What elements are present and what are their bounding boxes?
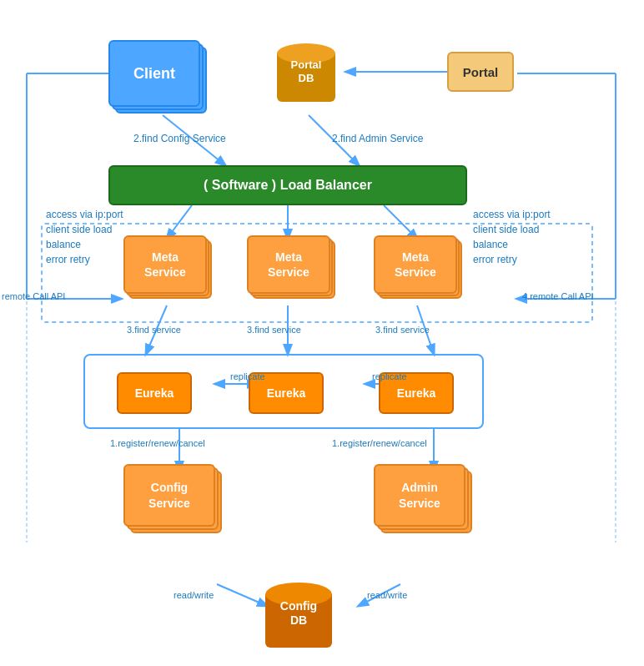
eureka-cluster: Eureka Eureka Eureka (83, 354, 484, 429)
replicate-2-label: replicate (372, 371, 407, 383)
portal-node: Portal (447, 52, 514, 92)
find-admin-label: 2.find Admin Service (332, 132, 423, 146)
remote-right-label: 4.remote Call API (522, 290, 594, 303)
find-config-label: 2.find Config Service (133, 132, 226, 146)
load-balancer-label: ( Software ) Load Balancer (204, 178, 372, 193)
config-db-node: ConfigDB (265, 583, 332, 656)
meta-label-2: MetaService (268, 250, 309, 280)
svg-line-5 (384, 205, 417, 239)
meta-label-3: MetaService (395, 250, 436, 280)
find-service-1-label: 3.find service (127, 324, 181, 336)
meta-label-1: MetaService (144, 250, 186, 280)
find-service-3-label: 3.find service (375, 324, 430, 336)
eureka-label-1: Eureka (135, 386, 174, 400)
portal-label: Portal (463, 65, 499, 79)
svg-line-13 (217, 584, 267, 606)
svg-line-3 (167, 205, 192, 239)
portal-db-node: PortalDB (277, 43, 335, 110)
config-db-label: ConfigDB (265, 599, 332, 628)
eureka-label-3: Eureka (397, 386, 436, 400)
register-2-label: 1.register/renew/cancel (332, 437, 427, 450)
client-label: Client (133, 65, 175, 83)
admin-service-label: AdminService (399, 480, 440, 510)
read-write-2-label: read/write (367, 589, 407, 602)
eureka-1: Eureka (117, 372, 192, 414)
load-balancer-node: ( Software ) Load Balancer (108, 165, 467, 205)
access-right-label: access via ip:portclient side loadbalanc… (473, 207, 551, 267)
diagram: Client PortalDB Portal ( Software ) Load… (0, 0, 644, 666)
config-service-label: ConfigService (148, 480, 190, 510)
find-service-2-label: 3.find service (247, 324, 301, 336)
replicate-1-label: replicate (230, 371, 265, 383)
register-1-label: 1.register/renew/cancel (110, 437, 205, 450)
remote-left-label: remote Call API (2, 290, 65, 303)
read-write-1-label: read/write (174, 589, 214, 602)
portal-db-label: PortalDB (277, 58, 335, 84)
access-left-label: access via ip:portclient side loadbalanc… (46, 207, 123, 267)
eureka-label-2: Eureka (267, 386, 306, 400)
